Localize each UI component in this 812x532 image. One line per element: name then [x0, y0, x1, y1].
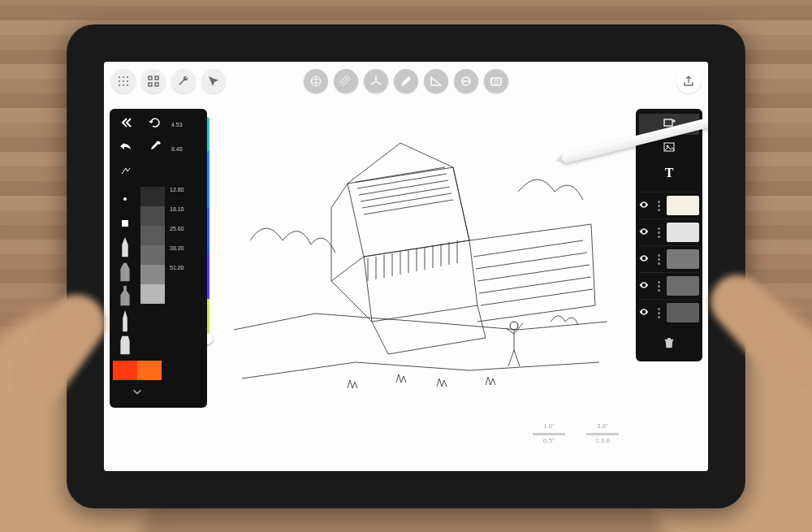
- camera-icon: [490, 75, 503, 88]
- grey-swatch-column: [140, 187, 165, 304]
- eyedropper-button[interactable]: [142, 138, 168, 159]
- brush-tool-column: [113, 187, 137, 357]
- layer-thumbnail[interactable]: [667, 303, 699, 322]
- pen-button[interactable]: [394, 69, 418, 93]
- globe-icon: [309, 75, 322, 88]
- pointer-button[interactable]: [201, 69, 226, 93]
- 3d-view-button[interactable]: [304, 69, 328, 93]
- brush-marker-1[interactable]: [113, 260, 137, 284]
- top-right-toolbar: [676, 69, 701, 93]
- svg-line-22: [477, 265, 590, 281]
- swatch-grey-2[interactable]: [140, 226, 165, 245]
- brush-size-small[interactable]: [113, 187, 137, 211]
- pen-icon: [400, 75, 412, 88]
- layer-row[interactable]: [639, 192, 699, 218]
- apps-button[interactable]: [141, 69, 166, 93]
- brush-size-slider[interactable]: [205, 109, 235, 356]
- eyedropper-icon: [149, 141, 162, 157]
- swatch-grey-4[interactable]: [140, 265, 165, 284]
- svg-line-14: [356, 167, 445, 182]
- refresh-button[interactable]: [142, 114, 168, 135]
- axes-button[interactable]: [364, 69, 388, 93]
- layer-thumbnail[interactable]: [667, 249, 699, 269]
- grid-button[interactable]: [111, 69, 136, 93]
- target-button[interactable]: [454, 69, 478, 93]
- delete-layer-button[interactable]: [639, 332, 699, 357]
- drag-handle[interactable]: [654, 201, 663, 211]
- svg-point-32: [123, 76, 124, 78]
- svg-line-21: [476, 253, 587, 269]
- swatch-grey-1[interactable]: [140, 206, 165, 226]
- add-image-button[interactable]: [639, 138, 699, 159]
- drag-handle[interactable]: [654, 227, 663, 238]
- visibility-toggle[interactable]: [639, 252, 650, 266]
- svg-rect-55: [491, 78, 501, 85]
- svg-line-20: [473, 240, 583, 257]
- share-button[interactable]: [676, 69, 701, 93]
- refresh-icon: [149, 116, 162, 132]
- svg-line-28: [514, 323, 523, 334]
- brush-size-square[interactable]: [113, 211, 137, 236]
- svg-point-35: [123, 80, 124, 82]
- visibility-toggle[interactable]: [639, 225, 650, 240]
- brush-marker-2[interactable]: [113, 284, 137, 309]
- visibility-toggle[interactable]: [639, 279, 650, 293]
- ruler-top-right: 3.6": [586, 422, 619, 430]
- swatch-grey-3[interactable]: [140, 245, 165, 265]
- swatch-grey-0[interactable]: [140, 187, 165, 206]
- add-text-button[interactable]: T: [639, 162, 699, 184]
- swatch-accent-0[interactable]: [113, 361, 137, 380]
- swatch-accent-1[interactable]: [137, 361, 162, 380]
- visibility-toggle[interactable]: [639, 198, 650, 213]
- drag-handle[interactable]: [654, 254, 663, 265]
- svg-line-1: [400, 143, 453, 167]
- svg-point-33: [127, 76, 128, 78]
- layer-thumbnail[interactable]: [667, 196, 699, 215]
- brush-pen[interactable]: [113, 309, 137, 333]
- snapshot-button[interactable]: [484, 69, 508, 93]
- drag-handle[interactable]: [654, 308, 663, 318]
- settings-button[interactable]: [171, 69, 196, 93]
- svg-rect-43: [155, 83, 158, 86]
- swatch-grey-5[interactable]: [140, 284, 165, 304]
- chevron-down-icon: [132, 386, 143, 400]
- ruler-bottom-left: 0.5": [533, 437, 565, 445]
- layer-row[interactable]: [639, 299, 699, 326]
- ruler-bar: [586, 433, 619, 435]
- layer-row[interactable]: [639, 245, 699, 272]
- layer-row[interactable]: [639, 272, 699, 299]
- triangle-icon: [430, 75, 443, 88]
- svg-line-29: [508, 350, 514, 366]
- brush-highlighter[interactable]: [113, 333, 137, 357]
- share-icon: [682, 75, 695, 88]
- axes-icon: [369, 75, 382, 88]
- scale-value-0: 4.53: [171, 114, 197, 135]
- layers-list: [639, 192, 699, 326]
- collapse-button[interactable]: [113, 114, 139, 135]
- drag-handle[interactable]: [654, 281, 663, 292]
- svg-line-19: [364, 200, 453, 214]
- brush-pencil[interactable]: [113, 236, 137, 260]
- layer-thumbnail[interactable]: [667, 223, 699, 242]
- image-icon: [663, 141, 676, 157]
- scale-readout: 1.0" 0.5" 3.6" 1:3.6: [533, 422, 619, 445]
- svg-rect-40: [149, 76, 152, 80]
- layer-thumbnail[interactable]: [667, 276, 699, 296]
- svg-line-16: [359, 180, 448, 195]
- angle-button[interactable]: [424, 69, 448, 93]
- svg-line-17: [361, 187, 450, 201]
- svg-rect-57: [664, 119, 672, 126]
- hatch-button[interactable]: [334, 69, 358, 93]
- svg-line-51: [376, 81, 381, 84]
- more-swatches-button[interactable]: [113, 383, 162, 403]
- svg-point-25: [510, 322, 518, 330]
- collapse-icon: [119, 116, 132, 132]
- fx-button[interactable]: [113, 162, 139, 184]
- svg-line-24: [481, 289, 593, 305]
- visibility-toggle[interactable]: [639, 305, 650, 320]
- undo-button[interactable]: [113, 138, 139, 159]
- add-layer-button[interactable]: [639, 114, 699, 135]
- svg-rect-42: [149, 83, 152, 86]
- svg-line-30: [514, 350, 520, 366]
- layer-row[interactable]: [639, 218, 699, 245]
